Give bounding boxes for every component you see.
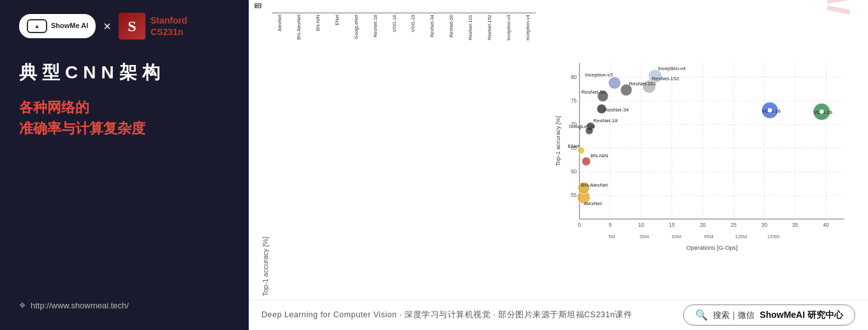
x-labels-row: AlexNetBN-AlexNetBN-NINENetGoogLeNetResN… (272, 13, 536, 55)
x-label-item: ResNet-152 (481, 13, 497, 55)
x-label-text: ResNet-50 (448, 15, 454, 38)
svg-text:ResNet-18: ResNet-18 (593, 118, 618, 124)
svg-text:20: 20 (700, 222, 706, 228)
svg-text:60: 60 (571, 168, 577, 175)
url-icon: ⌖ (19, 299, 26, 312)
right-panel: Top-1 accuracy [%] 50556065707580 AlexNe… (249, 0, 868, 330)
x-label-text: ResNet-18 (372, 15, 378, 38)
x-label-item: Inception-v3 (500, 13, 517, 55)
main-title: 典型CNN架构 (19, 61, 230, 84)
svg-text:80: 80 (571, 74, 577, 80)
x-label-text: Inception-v4 (525, 15, 531, 41)
x-label-item: BN-NIN (310, 13, 327, 55)
x-label-item: BN-AlexNet (291, 13, 307, 55)
url-row: ⌖ http://www.showmeai.tech/ (19, 299, 230, 317)
svg-text:25: 25 (730, 222, 737, 228)
bar-chart-container: Top-1 accuracy [%] 50556065707580 AlexNe… (255, 6, 542, 299)
x-label-item: VGG-16 (386, 13, 402, 55)
url-text: http://www.showmeai.tech/ (31, 301, 129, 310)
svg-text:65M: 65M (672, 234, 681, 240)
svg-text:Operations [G-Ops]: Operations [G-Ops] (686, 245, 737, 251)
stanford-s-icon: S (119, 13, 145, 39)
search-icon: 🔍 (695, 309, 708, 321)
bottom-text: Deep Learning for Computer Vision · 深度学习… (261, 310, 632, 320)
bar-chart-area: Top-1 accuracy [%] 50556065707580 AlexNe… (261, 13, 536, 296)
bottom-bar: Deep Learning for Computer Vision · 深度学习… (249, 299, 868, 330)
stanford-text: Stanford CS231n (151, 15, 188, 38)
x-label-text: ResNet-34 (429, 15, 435, 38)
stanford-logo: S Stanford CS231n (119, 13, 188, 39)
search-prefix: 搜索｜微信 (713, 310, 754, 321)
showmeai-logo: ShowMe Al (19, 14, 96, 38)
svg-text:55: 55 (571, 192, 577, 198)
x-label-item: GoogLeNet (348, 13, 364, 55)
svg-text:95M: 95M (704, 234, 714, 240)
svg-text:30: 30 (761, 222, 768, 228)
svg-text:0: 0 (578, 222, 581, 228)
subtitle: 各种网络的 准确率与计算复杂度 (19, 97, 230, 139)
x-label-item: AlexNet (272, 13, 288, 55)
svg-text:35: 35 (792, 222, 798, 228)
svg-text:ENet: ENet (568, 143, 580, 149)
svg-text:15: 15 (669, 222, 675, 228)
svg-point-50 (582, 157, 591, 166)
x-label-item: Inception-v4 (519, 13, 536, 55)
x-label-item: ResNet-18 (367, 13, 383, 55)
svg-text:ResNet-152: ResNet-152 (652, 76, 679, 82)
svg-text:5: 5 (609, 222, 612, 228)
x-label-item: VGG-19 (405, 13, 422, 55)
x-label-item: ResNet-101 (462, 13, 479, 55)
svg-text:Top-1 accuracy [%]: Top-1 accuracy [%] (555, 116, 561, 166)
x-label-text: BN-AlexNet (296, 15, 302, 39)
bubble-chart-container: ShowMeAI 0510152025303540556065707580Ope… (547, 6, 862, 299)
grid-line: 80 (272, 12, 536, 13)
svg-text:AlexNet: AlexNet (584, 201, 602, 206)
y-tick-label: 80 (254, 3, 261, 10)
showmeai-logo-text: ShowMe Al (51, 22, 88, 30)
svg-text:155M: 155M (767, 234, 779, 240)
svg-text:125M: 125M (735, 234, 747, 240)
brand-name: ShowMeAI 研究中心 (760, 310, 843, 321)
svg-text:BN-NIN: BN-NIN (591, 153, 608, 159)
x-label-text: ResNet-101 (467, 15, 473, 40)
svg-text:35M: 35M (640, 234, 649, 240)
svg-point-68 (768, 108, 772, 113)
svg-text:5M: 5M (608, 234, 615, 240)
x-label-text: VGG-16 (392, 15, 397, 32)
svg-text:10: 10 (638, 222, 644, 228)
svg-text:GoogLeNet: GoogLeNet (569, 124, 596, 129)
svg-point-69 (820, 110, 824, 114)
showmeai-logo-icon (27, 19, 47, 33)
x-label-text: BN-NIN (315, 15, 321, 31)
logo-row: ShowMe Al × S Stanford CS231n (19, 13, 230, 39)
bubble-chart-svg: 0510152025303540556065707580Operations [… (554, 13, 855, 296)
left-panel: ShowMe Al × S Stanford CS231n 典型CNN架构 各种… (0, 0, 249, 330)
x-label-text: Inception-v3 (506, 15, 511, 41)
svg-text:BN-AlexNet: BN-AlexNet (581, 182, 608, 188)
x-label-text: ENet (334, 15, 340, 25)
svg-text:ResNet-34: ResNet-34 (605, 107, 629, 113)
svg-text:ResNet-50: ResNet-50 (581, 89, 606, 95)
x-label-text: GoogLeNet (353, 15, 359, 39)
svg-text:Inception-v4: Inception-v4 (658, 66, 686, 71)
x-label-item: ResNet-34 (424, 13, 441, 55)
svg-text:Inception-v3: Inception-v3 (585, 72, 613, 78)
watermark-text: ShowMeAI (822, 0, 855, 13)
search-badge[interactable]: 🔍 搜索｜微信 ShowMeAI 研究中心 (683, 305, 855, 326)
times-symbol: × (103, 19, 111, 34)
x-label-text: AlexNet (277, 15, 283, 31)
x-label-text: VGG-19 (410, 15, 416, 32)
svg-text:40: 40 (823, 222, 829, 228)
svg-text:75: 75 (571, 97, 577, 104)
charts-area: Top-1 accuracy [%] 50556065707580 AlexNe… (249, 0, 868, 299)
bar-y-axis-label: Top-1 accuracy [%] (261, 13, 269, 296)
x-label-text: ResNet-152 (487, 15, 492, 40)
svg-point-45 (608, 76, 621, 89)
svg-text:ResNet-101: ResNet-101 (629, 81, 656, 87)
x-label-item: ENet (329, 13, 346, 55)
x-label-item: ResNet-50 (443, 13, 460, 55)
